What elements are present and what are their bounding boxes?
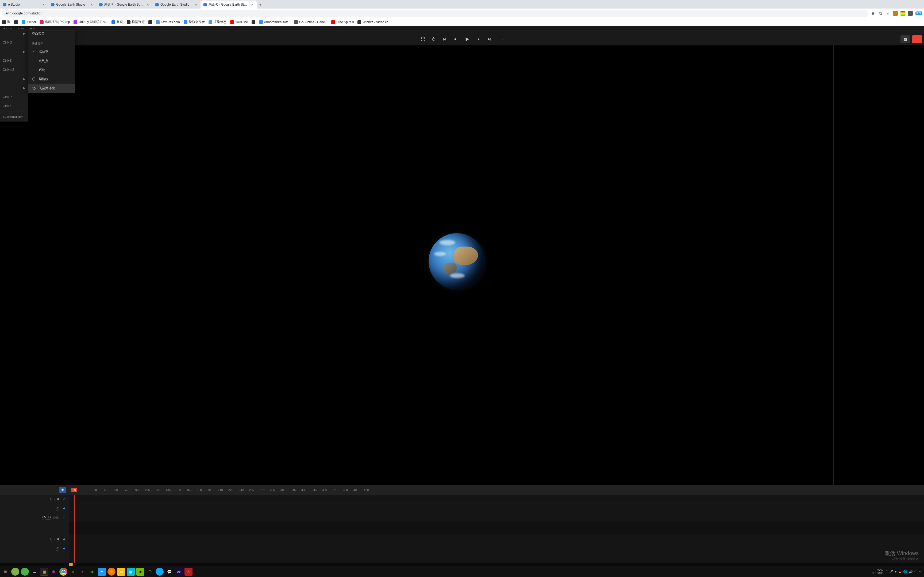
frame-tick[interactable]: 390 xyxy=(343,488,348,492)
app-icon[interactable]: ⬡ xyxy=(146,568,154,575)
file-menu-item[interactable]: Ctrl+⇧S xyxy=(0,65,28,74)
app-icon[interactable]: ◈ xyxy=(88,568,96,575)
property-row[interactable]: 0 xyxy=(0,544,69,553)
bookmark-item[interactable]: 模型资源 xyxy=(127,20,145,24)
prev-frame-icon[interactable] xyxy=(452,37,457,42)
image-button[interactable] xyxy=(900,35,910,43)
submenu-item-zoom-to[interactable]: 缩放至 xyxy=(28,47,75,56)
timeline-ruler[interactable]: 0015304560759010512013515016518019521022… xyxy=(69,485,924,495)
frame-tick[interactable]: 285 xyxy=(270,488,275,492)
bookmark-item[interactable] xyxy=(252,20,255,24)
timeline-track[interactable] xyxy=(69,504,924,513)
bookmark-item[interactable]: Free Spirit 0 xyxy=(331,20,354,24)
frame-tick[interactable]: 120 xyxy=(155,488,160,492)
app-icon[interactable]: ⬢ xyxy=(50,568,58,575)
property-row[interactable]: 0 xyxy=(0,504,69,513)
new-tab-button[interactable]: + xyxy=(257,1,264,8)
extension-icon[interactable] xyxy=(900,11,905,16)
frame-tick[interactable]: 180 xyxy=(197,488,202,492)
reading-list-icon[interactable]: ⧉ xyxy=(878,11,883,16)
extension-icon[interactable] xyxy=(893,11,898,16)
tray-icon[interactable]: ⋯ xyxy=(919,570,922,574)
file-menu-item[interactable]: ▶ xyxy=(0,83,28,92)
file-menu-item[interactable]: Ctrl+K xyxy=(0,102,28,111)
property-row[interactable]: 0×0 xyxy=(0,535,69,544)
close-icon[interactable]: × xyxy=(90,3,94,6)
frame-tick[interactable]: 195 xyxy=(207,488,212,492)
app-icon[interactable]: ▣ xyxy=(127,568,135,575)
frame-tick[interactable]: 15 xyxy=(83,488,86,492)
property-row[interactable] xyxy=(0,522,69,535)
browser-tab[interactable]: Google Earth Studio× xyxy=(152,0,200,8)
network-icon[interactable]: 🌐 xyxy=(903,570,907,574)
frame-tick[interactable]: 420 xyxy=(364,488,369,492)
star-icon[interactable]: ☆ xyxy=(885,11,890,16)
app-icon[interactable]: ☁ xyxy=(31,568,39,575)
next-frame-icon[interactable] xyxy=(476,37,481,42)
render-button[interactable] xyxy=(912,35,922,43)
frame-tick[interactable]: 345 xyxy=(312,488,317,492)
bookmark-item[interactable]: 聚 xyxy=(2,20,10,24)
submenu-item-spiral[interactable]: 螺旋状 xyxy=(28,74,75,84)
app-icon[interactable]: A xyxy=(184,568,192,575)
browser-tab[interactable]: 未命名 - Google Earth Studio× xyxy=(200,0,257,8)
timeline-track[interactable] xyxy=(69,544,924,553)
close-icon[interactable]: × xyxy=(250,3,254,6)
app-icon[interactable]: ➤ xyxy=(79,568,87,575)
frame-tick[interactable]: 105 xyxy=(145,488,150,492)
browser-tab[interactable]: Google Earth Studio× xyxy=(48,0,96,8)
loop-icon[interactable] xyxy=(431,37,436,42)
tray-icon[interactable]: ▲ xyxy=(898,570,901,574)
explorer-icon[interactable]: 📁 xyxy=(117,568,125,575)
browser-tab[interactable]: e Studio× xyxy=(0,0,48,8)
current-frame[interactable]: 0 xyxy=(502,37,504,41)
keyframe-diamond-icon[interactable] xyxy=(61,515,67,520)
frame-tick[interactable]: 30 xyxy=(94,488,97,492)
current-frame-marker[interactable]: 00 xyxy=(71,488,77,492)
aftereffects-icon[interactable]: Ae xyxy=(175,568,183,575)
frame-tick[interactable]: 330 xyxy=(301,488,306,492)
tray-icon[interactable]: 🎤 xyxy=(889,570,893,574)
bookmark-item[interactable]: Udemy-深度学习A... xyxy=(74,20,107,24)
property-row[interactable]: 65117公里 xyxy=(0,513,69,522)
extension-button[interactable]: 拖拽 xyxy=(916,11,922,15)
file-menu-item[interactable]: ▶ xyxy=(0,29,28,38)
keyframe-diamond-icon[interactable] xyxy=(61,537,67,542)
timeline-track[interactable] xyxy=(69,522,924,535)
play-icon[interactable] xyxy=(464,36,470,43)
timeline-track[interactable] xyxy=(69,513,924,522)
bookmark-item[interactable]: YouTube xyxy=(230,20,248,24)
ime-icon[interactable]: 中 xyxy=(914,569,918,574)
volume-icon[interactable]: 🔊 xyxy=(909,570,913,574)
bookmark-item[interactable] xyxy=(149,20,152,24)
keyframe-diamond-icon[interactable] xyxy=(61,506,67,511)
keyframe-toggle-button[interactable] xyxy=(59,487,66,493)
wechat-icon[interactable]: 💬 xyxy=(165,568,173,575)
file-menu-item[interactable]: ▶ xyxy=(0,74,28,83)
timeline-scroll-track[interactable] xyxy=(69,562,924,566)
fullscreen-icon[interactable] xyxy=(420,37,425,42)
frame-tick[interactable]: 225 xyxy=(228,488,233,492)
app-icon[interactable] xyxy=(11,568,19,575)
firefox-icon[interactable] xyxy=(107,568,115,575)
frame-tick[interactable]: 270 xyxy=(260,488,265,492)
frame-tick[interactable]: 60 xyxy=(115,488,118,492)
first-frame-icon[interactable] xyxy=(442,37,447,42)
tray-icon[interactable]: ● xyxy=(895,570,897,574)
url-field[interactable]: arth.google.com/studio/ xyxy=(2,10,868,17)
bookmark-item[interactable]: 首页 xyxy=(111,20,123,24)
timeline-scroll-thumb[interactable] xyxy=(69,563,73,566)
frame-tick[interactable]: 405 xyxy=(354,488,358,492)
frame-tick[interactable]: 150 xyxy=(176,488,181,492)
cpu-temp-widget[interactable]: 46°C CPU温度 xyxy=(870,569,884,575)
keyframe-diamond-icon[interactable] xyxy=(61,496,67,502)
app-icon[interactable]: ◈ xyxy=(69,568,77,575)
bookmark-item[interactable]: Textures.com xyxy=(156,20,180,24)
extension-icon[interactable] xyxy=(908,11,913,16)
frame-tick[interactable]: 210 xyxy=(218,488,223,492)
frame-tick[interactable]: 135 xyxy=(166,488,171,492)
file-menu-item[interactable]: Ctrl+S xyxy=(0,56,28,65)
app-icon[interactable]: ⬢ xyxy=(136,568,144,575)
app-icon[interactable] xyxy=(21,568,29,575)
bookmark-item[interactable]: 痞凱踏踏| PKstep xyxy=(40,20,70,24)
